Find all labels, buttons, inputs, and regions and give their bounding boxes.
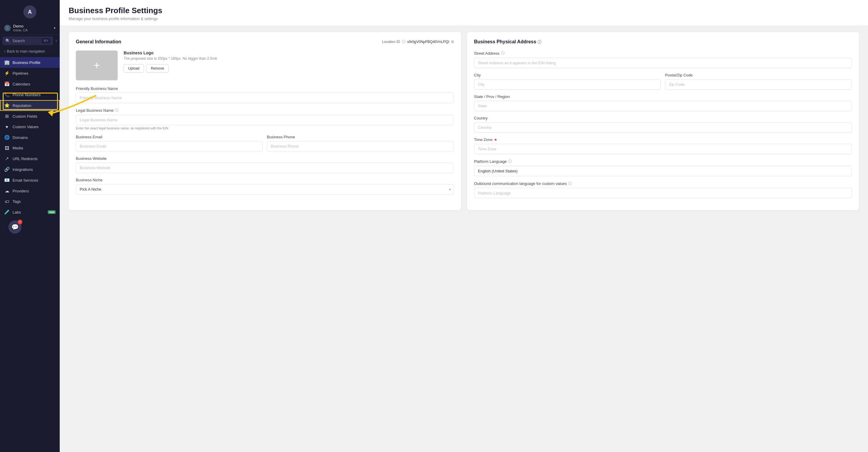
sidebar-item-phone-numbers[interactable]: 📞 Phone Numbers	[0, 89, 60, 100]
plus-icon: +	[93, 59, 100, 72]
sidebar-item-email-services[interactable]: 📧 Email Services	[0, 175, 60, 185]
labs-new-badge: new	[48, 210, 56, 214]
website-label: Business Website	[76, 156, 454, 161]
logo-buttons: Upload Remove	[124, 64, 217, 72]
logo-upload-box[interactable]: +	[76, 51, 118, 80]
country-input[interactable]	[474, 122, 852, 133]
general-info-card-header: General Information Location ID ⓘ s9r0gV…	[76, 39, 454, 44]
email-group: Business Email	[76, 135, 263, 151]
state-input[interactable]	[474, 101, 852, 111]
page-subtitle: Manage your business profile information…	[69, 17, 859, 21]
street-label: Street Address ⓘ	[474, 51, 852, 56]
physical-address-title: Business Physical Address ⓘ	[474, 39, 541, 45]
street-input[interactable]	[474, 58, 852, 68]
zip-input[interactable]	[665, 79, 852, 90]
avatar-section: A	[0, 0, 60, 22]
sidebar-item-tags[interactable]: 🏷 Tags	[0, 196, 60, 207]
address-info-icon[interactable]: ⓘ	[537, 40, 541, 44]
nav-section: 🏢 Business Profile ⚡ Pipelines 📅 Calenda…	[0, 56, 60, 219]
outbound-lang-info-icon[interactable]: ⓘ	[568, 181, 572, 186]
phone-icon: 📞	[4, 92, 9, 97]
friendly-name-input[interactable]	[76, 93, 454, 103]
sidebar-item-label: Custom Fields	[12, 114, 56, 119]
sidebar-item-calendars[interactable]: 📅 Calendars	[0, 79, 60, 89]
sidebar-item-custom-values[interactable]: ♥ Custom Values	[0, 122, 60, 132]
location-id-info-icon[interactable]: ⓘ	[402, 39, 405, 44]
sidebar-item-url-redirects[interactable]: ↗ URL Redirects	[0, 153, 60, 164]
content-area: General Information Location ID ⓘ s9r0gV…	[60, 26, 868, 452]
main-content: Business Profile Settings Manage your bu…	[60, 0, 868, 452]
upload-icon[interactable]: ↑	[55, 38, 57, 43]
state-group: State / Prov / Region	[474, 94, 852, 111]
labs-icon: 🧪	[4, 209, 9, 215]
sidebar-item-label: Calendars	[12, 82, 56, 86]
platform-lang-label: Platform Language ⓘ	[474, 159, 852, 164]
upload-button[interactable]: Upload	[124, 64, 144, 72]
remove-button[interactable]: Remove	[146, 64, 169, 72]
sidebar-item-pipelines[interactable]: ⚡ Pipelines	[0, 68, 60, 79]
sidebar-item-label: Reputation	[12, 103, 56, 108]
copy-icon[interactable]: ⧉	[451, 39, 454, 44]
page-header: Business Profile Settings Manage your bu…	[60, 0, 868, 26]
account-location: Irvine, CA	[13, 28, 54, 32]
calendars-icon: 📅	[4, 81, 9, 87]
website-input[interactable]	[76, 162, 454, 173]
sidebar-item-label: Custom Values	[12, 125, 56, 129]
timezone-label: Time Zone ★	[474, 138, 852, 142]
email-services-icon: 📧	[4, 177, 9, 183]
platform-lang-input[interactable]: English (United States)	[474, 166, 852, 176]
zip-label: Postal/Zip Code	[665, 73, 852, 78]
sidebar-item-label: Providers	[12, 189, 56, 193]
page-title: Business Profile Settings	[69, 6, 859, 15]
email-input[interactable]	[76, 141, 263, 151]
account-info: Demo Irvine, CA	[13, 24, 54, 32]
country-label: Country	[474, 116, 852, 120]
search-shortcut: ⌘K	[42, 38, 50, 43]
niche-select[interactable]: Pick A Niche Real Estate Marketing Healt…	[76, 184, 454, 194]
friendly-name-label: Friendly Business Name	[76, 86, 454, 91]
state-label: State / Prov / Region	[474, 94, 852, 99]
custom-values-icon: ♥	[4, 124, 9, 129]
search-bar[interactable]: 🔍 Search ⌘K	[2, 36, 53, 45]
legal-name-label: Legal Business Name ⓘ	[76, 108, 454, 113]
sidebar-item-domains[interactable]: 🌐 Domains	[0, 132, 60, 143]
location-id-label: Location ID	[382, 40, 400, 44]
location-id-section: Location ID ⓘ s9r0gV0NpPBQ40VnLPQI ⧉	[382, 39, 454, 44]
sidebar-item-labs[interactable]: 🧪 Labs new	[0, 207, 60, 217]
street-info-icon[interactable]: ⓘ	[501, 51, 505, 56]
sidebar-item-business-profile[interactable]: 🏢 Business Profile	[0, 57, 60, 68]
legal-name-group: Legal Business Name ⓘ Enter the exact le…	[76, 108, 454, 130]
sidebar-item-reputation[interactable]: ⭐ Reputation	[0, 100, 60, 111]
city-zip-row: City Postal/Zip Code	[474, 73, 852, 90]
phone-label: Business Phone	[267, 135, 454, 139]
chat-bubble[interactable]: 💬 1	[8, 220, 22, 234]
zip-group: Postal/Zip Code	[665, 73, 852, 90]
niche-label: Business Niche	[76, 178, 454, 182]
general-info-card: General Information Location ID ⓘ s9r0gV…	[69, 32, 461, 210]
timezone-input[interactable]	[474, 144, 852, 154]
city-input[interactable]	[474, 79, 661, 90]
timezone-group: Time Zone ★	[474, 138, 852, 154]
physical-address-header: Business Physical Address ⓘ	[474, 39, 852, 45]
friendly-name-group: Friendly Business Name	[76, 86, 454, 103]
legal-name-info-icon[interactable]: ⓘ	[115, 108, 119, 113]
sidebar-item-custom-fields[interactable]: ⊞ Custom Fields	[0, 111, 60, 122]
sidebar-item-label: Pipelines	[12, 71, 56, 76]
city-label: City	[474, 73, 661, 78]
outbound-lang-input[interactable]	[474, 188, 852, 199]
account-switcher[interactable]: 👤 Demo Irvine, CA ▾	[0, 22, 60, 35]
sidebar-item-integrations[interactable]: 🔗 Integrations	[0, 164, 60, 175]
phone-input[interactable]	[267, 141, 454, 151]
back-navigation[interactable]: ‹ Back to main navigation	[0, 47, 60, 56]
sidebar-item-providers[interactable]: ☁ Providers	[0, 185, 60, 196]
platform-lang-info-icon[interactable]: ⓘ	[508, 159, 512, 164]
city-group: City	[474, 73, 661, 90]
general-info-title: General Information	[76, 39, 121, 44]
logo-description: The proposed size is 350px * 180px. No b…	[124, 57, 217, 61]
pipelines-icon: ⚡	[4, 70, 9, 76]
legal-name-input[interactable]	[76, 115, 454, 125]
legal-name-hint: Enter the exact legal business name, as …	[76, 126, 454, 130]
media-icon: 🖼	[4, 146, 9, 151]
sidebar-item-media[interactable]: 🖼 Media	[0, 143, 60, 153]
niche-group: Business Niche Pick A Niche Real Estate …	[76, 178, 454, 194]
